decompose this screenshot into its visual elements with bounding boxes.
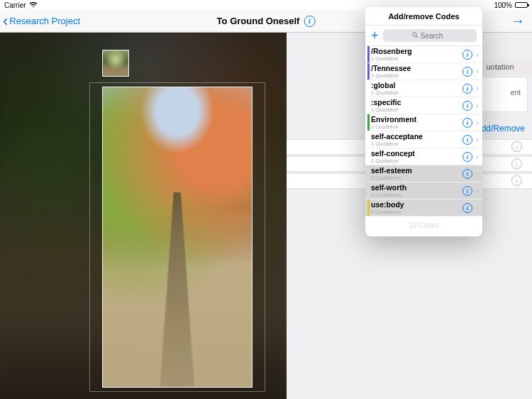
wifi-icon <box>29 1 38 9</box>
info-icon[interactable]: i <box>511 175 522 186</box>
code-text: /Tennessee1 Quotation <box>371 65 462 78</box>
info-icon[interactable]: i <box>462 67 472 77</box>
chevron-right-icon: › <box>476 101 479 111</box>
codes-popover: Add/remove Codes + /Rosenberg1 Quotation… <box>365 7 482 236</box>
chevron-right-icon: › <box>476 84 479 94</box>
nav-title: To Ground Oneself i <box>217 16 316 27</box>
code-name: self-concept <box>371 150 462 158</box>
code-name: :specific <box>371 99 462 106</box>
code-text: /Rosenberg1 Quotation <box>371 48 462 61</box>
code-row[interactable]: self-esteem2 Quotationsi› <box>365 165 482 182</box>
code-color-stripe <box>367 131 370 148</box>
chevron-right-icon: › <box>476 186 479 196</box>
code-color-stripe <box>367 80 370 97</box>
carrier-label: Carrier <box>4 1 26 9</box>
svg-point-0 <box>413 32 416 35</box>
code-text: self-esteem2 Quotations <box>371 167 462 180</box>
photo-content <box>102 87 253 388</box>
search-input[interactable] <box>421 32 448 40</box>
info-icon[interactable]: i <box>462 101 472 111</box>
code-color-stripe <box>367 200 370 216</box>
code-row[interactable]: self-worth2 Quotationsi› <box>365 182 482 200</box>
info-icon[interactable]: i <box>304 16 315 27</box>
code-subtitle: 1 Quotation <box>371 124 462 130</box>
code-text: use:body2 Quotations <box>371 201 462 214</box>
chevron-right-icon: › <box>476 135 479 145</box>
info-icon[interactable]: i <box>462 203 472 213</box>
code-name: /Tennessee <box>371 65 462 72</box>
code-color-stripe <box>367 165 370 182</box>
chevron-left-icon: ‹ <box>3 13 8 29</box>
code-name: self-worth <box>371 184 462 192</box>
info-icon[interactable]: i <box>462 135 472 145</box>
code-subtitle: 1 Quotation <box>371 107 462 113</box>
info-icon[interactable]: i <box>511 158 522 169</box>
chevron-right-icon: › <box>476 152 479 162</box>
info-icon[interactable]: i <box>462 50 472 60</box>
chevron-right-icon: › <box>476 169 479 179</box>
code-text: self-concept1 Quotation <box>371 150 462 163</box>
search-icon <box>412 32 419 40</box>
info-icon[interactable]: i <box>462 84 472 94</box>
info-icon[interactable]: i <box>462 118 472 128</box>
code-name: use:body <box>371 201 462 209</box>
code-name: :global <box>371 82 462 89</box>
battery-icon <box>515 2 528 8</box>
code-row[interactable]: use:body2 Quotationsi› <box>365 200 482 217</box>
popover-title: Add/remove Codes <box>365 7 482 26</box>
add-code-button[interactable]: + <box>371 29 379 42</box>
code-subtitle: 2 Quotations <box>371 209 462 215</box>
code-color-stripe <box>367 148 370 165</box>
code-row[interactable]: self-concept1 Quotationi› <box>365 148 482 165</box>
info-icon[interactable]: i <box>462 186 472 196</box>
ent-partial: ent <box>510 88 521 97</box>
code-name: /Rosenberg <box>371 48 462 55</box>
code-text: self-acceptane1 Quotation <box>371 133 462 146</box>
info-icon[interactable]: i <box>462 152 472 162</box>
svg-line-1 <box>416 35 417 37</box>
back-button[interactable]: ‹ Research Project <box>3 13 80 29</box>
code-name: self-acceptane <box>371 133 462 141</box>
code-text: :specific1 Quotation <box>371 99 462 112</box>
chevron-right-icon: › <box>476 67 479 77</box>
code-row[interactable]: :global1 Quotationi› <box>365 80 482 97</box>
code-subtitle: 2 Quotations <box>371 175 462 181</box>
code-color-stripe <box>367 63 370 80</box>
battery-label: 100% <box>494 1 512 9</box>
code-subtitle: 1 Quotation <box>371 90 462 96</box>
page-thumbnail[interactable] <box>102 50 129 77</box>
document-image-area[interactable] <box>0 33 287 399</box>
code-color-stripe <box>367 114 370 131</box>
code-row[interactable]: /Tennessee1 Quotationi› <box>365 63 482 80</box>
popover-footer: 10 Codes <box>365 217 482 236</box>
code-text: self-worth2 Quotations <box>371 184 462 197</box>
code-name: Environment <box>371 116 462 124</box>
forward-arrow-icon[interactable]: → <box>511 13 525 29</box>
code-subtitle: 1 Quotation <box>371 141 462 147</box>
code-name: self-esteem <box>371 167 462 175</box>
code-color-stripe <box>367 97 370 114</box>
chevron-right-icon: › <box>476 203 479 213</box>
code-color-stripe <box>367 46 370 62</box>
code-subtitle: 2 Quotations <box>371 192 462 198</box>
back-label: Research Project <box>9 16 80 26</box>
code-text: :global1 Quotation <box>371 82 462 95</box>
code-subtitle: 1 Quotation <box>371 158 462 164</box>
chevron-right-icon: › <box>476 50 479 60</box>
code-subtitle: 1 Quotation <box>371 73 462 79</box>
quotation-selection[interactable] <box>89 82 265 392</box>
code-row[interactable]: self-acceptane1 Quotationi› <box>365 131 482 148</box>
tabs-partial: ons <box>490 0 504 1</box>
code-row[interactable]: Environment1 Quotationi› <box>365 114 482 131</box>
info-icon[interactable]: i <box>511 141 522 152</box>
chevron-right-icon: › <box>476 118 479 128</box>
code-text: Environment1 Quotation <box>371 116 462 129</box>
code-subtitle: 1 Quotation <box>371 56 462 62</box>
search-field[interactable] <box>383 29 477 42</box>
code-list: /Rosenberg1 Quotationi›/Tennessee1 Quota… <box>365 46 482 217</box>
add-remove-button[interactable]: Add/Remove <box>476 124 525 133</box>
code-row[interactable]: :specific1 Quotationi› <box>365 97 482 114</box>
code-color-stripe <box>367 182 370 199</box>
info-icon[interactable]: i <box>462 169 472 179</box>
code-row[interactable]: /Rosenberg1 Quotationi› <box>365 46 482 63</box>
